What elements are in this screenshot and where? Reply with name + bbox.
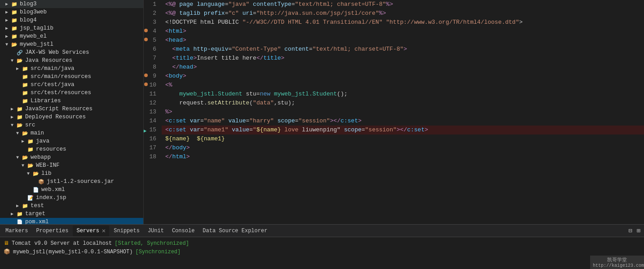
line-content-13[interactable]: %> [162,108,644,117]
server-icon-tomcat: 🖥 [4,240,9,247]
tree-arrow-main [16,131,22,136]
tab-console[interactable]: Console [168,226,198,236]
sidebar-item-resources[interactable]: 📁resources [0,145,143,153]
line-content-10[interactable]: <% [162,81,644,90]
tree-arrow-blog3 [5,1,11,7]
line-content-18[interactable]: </html> [162,152,644,161]
tree-arrow-webapp [16,155,22,160]
tab-datasource[interactable]: Data Source Explorer [199,226,271,236]
tab-properties[interactable]: Properties [32,226,72,236]
tab-servers[interactable]: Servers✕ [73,226,109,236]
sidebar-label-src_test_resources: src/test/resources [31,90,91,96]
tree-arrow-lib [27,171,32,176]
sidebar-label-target: target [25,211,45,217]
code-line-17: 17</body> [144,143,644,152]
line-content-14[interactable]: <c:set var="name" value="harry" scope="s… [162,117,644,126]
line-content-9[interactable]: <body> [162,72,644,81]
line-number-16: 16 [144,134,162,143]
line-content-11[interactable]: myweb_jstl.Student stu=new myweb_jstl.St… [162,90,644,99]
sidebar-item-myweb_el[interactable]: 📁myweb_el [0,32,143,40]
sidebar-item-lib[interactable]: 📂lib [0,169,143,178]
tree-arrow-target [11,211,16,217]
line-content-1[interactable]: <%@ page language="java" contentType="te… [162,0,644,9]
sidebar-item-src_test_java[interactable]: 📁src/test/java [0,81,143,89]
minimize-icon[interactable]: ⊟ [626,227,634,234]
line-number-3: 3 [144,18,162,27]
server-row-tomcat[interactable]: 🖥Tomcat v9.0 Server at localhost [Starte… [4,239,640,247]
sidebar-item-jsp_taglib[interactable]: 📁jsp_taglib [0,24,143,32]
folder-icon: 📁 [11,25,18,32]
code-line-12: 12 request.setAttribute("data",stu); [144,99,644,108]
line-content-3[interactable]: <!DOCTYPE html PUBLIC "-//W3C//DTD HTML … [162,18,644,27]
sidebar-item-index_jsp[interactable]: 📝index.jsp [0,194,143,202]
folder-open-icon: 📂 [16,57,23,64]
code-editor[interactable]: 1<%@ page language="java" contentType="t… [144,0,644,224]
sidebar-item-pom_xml[interactable]: 📄pom.xml [0,218,143,224]
sidebar-item-blog3web[interactable]: 📁blog3web [0,8,143,16]
sidebar-label-jax_ws: JAX-WS Web Services [25,49,89,56]
sidebar-item-myweb_jstl[interactable]: 📂myweb_jstl [0,40,143,48]
sidebar-item-jstl_jar[interactable]: 📦jstl-1.2-sources.jar [0,178,143,186]
tab-junit[interactable]: JUnit [144,226,168,236]
sidebar-item-jax_ws[interactable]: 🔗JAX-WS Web Services [0,48,143,56]
sidebar-label-web_inf: WEB-INF [36,162,60,169]
sidebar-item-test[interactable]: 📁test [0,202,143,210]
code-line-16: 16${name} ${name1} [144,134,644,143]
tab-markers[interactable]: Markers [2,226,31,236]
folder-icon: 📁 [11,33,18,40]
sidebar-item-deployed_resources[interactable]: 📁Deployed Resources [0,113,143,121]
line-content-8[interactable]: </head> [162,63,644,72]
line-content-4[interactable]: <html> [162,27,644,36]
folder-open-icon: 📂 [22,130,29,137]
line-content-17[interactable]: </body> [162,143,644,152]
breakpoint-dot-4 [144,29,148,32]
tab-label-servers: Servers [76,228,99,234]
line-content-16[interactable]: ${name} ${name1} [162,134,644,143]
line-content-2[interactable]: <%@ taglib prefix="c" uri="http://java.s… [162,9,644,18]
sidebar-label-java: java [36,138,49,144]
sidebar-item-target[interactable]: 📁target [0,210,143,218]
line-number-6: 6 [144,45,162,54]
folder-icon: 📁 [22,202,29,209]
sidebar-label-deployed_resources: Deployed Resources [25,114,86,120]
sidebar-item-main[interactable]: 📂main [0,129,143,137]
code-line-18: 18</html> [144,152,644,161]
sidebar-item-web_inf[interactable]: 📂WEB-INF [0,161,143,169]
sidebar-item-blog3[interactable]: 📁blog3 [0,0,143,8]
sidebar-label-jstl_jar: jstl-1.2-sources.jar [47,178,114,185]
server-row-myweb_app[interactable]: 📦 myweb_jstl(myweb_jstl-0.0.1-SNAPSHOT) … [4,247,640,256]
sidebar-item-libraries[interactable]: 📁Libraries [0,97,143,105]
sidebar-item-webapp[interactable]: 📂webapp [0,153,143,161]
tab-label-console: Console [172,228,194,234]
xml-icon: 📄 [16,218,23,224]
sidebar-item-src_main_resources[interactable]: 📁src/main/resources [0,73,143,81]
line-content-12[interactable]: request.setAttribute("data",stu); [162,99,644,108]
line-number-10: 10 [144,81,162,90]
line-content-7[interactable]: <title>Insert title here</title> [162,54,644,63]
sidebar-item-java[interactable]: 📁java [0,137,143,145]
tree-arrow-java [22,139,27,144]
sidebar-item-java_resources[interactable]: 📂Java Resources [0,56,143,65]
line-number-8: 8 [144,63,162,72]
sidebar-item-blog4[interactable]: 📁blog4 [0,16,143,24]
sidebar-item-src_main_java[interactable]: 📁src/main/java [0,65,143,73]
sidebar-item-src[interactable]: 📂src [0,121,143,129]
sidebar-item-javascript_resources[interactable]: 📁JavaScript Resources [0,105,143,113]
line-number-12: 12 [144,99,162,108]
sidebar-item-web_xml[interactable]: 📄web.xml [0,186,143,194]
line-content-5[interactable]: <head> [162,36,644,45]
code-line-11: 11 myweb_jstl.Student stu=new myweb_jstl… [144,90,644,99]
folder-icon: 📁 [27,138,34,145]
tab-close-servers[interactable]: ✕ [102,227,106,234]
maximize-icon[interactable]: ⊞ [635,227,642,234]
line-content-6[interactable]: <meta http-equiv="Content-Type" content=… [162,45,644,54]
code-line-9: 9<body> [144,72,644,81]
tab-label-markers: Markers [5,228,28,234]
folder-icon: 📁 [11,9,18,16]
line-number-11: 11 [144,90,162,99]
sidebar-item-src_test_resources[interactable]: 📁src/test/resources [0,89,143,97]
line-content-15[interactable]: <c:set var="name1" value="${name} love l… [162,126,644,134]
code-line-5: 5<head> [144,36,644,45]
tab-snippets[interactable]: Snippets [110,226,143,236]
server-label-myweb_app: myweb_jstl(myweb_jstl-0.0.1-SNAPSHOT) [13,249,132,255]
